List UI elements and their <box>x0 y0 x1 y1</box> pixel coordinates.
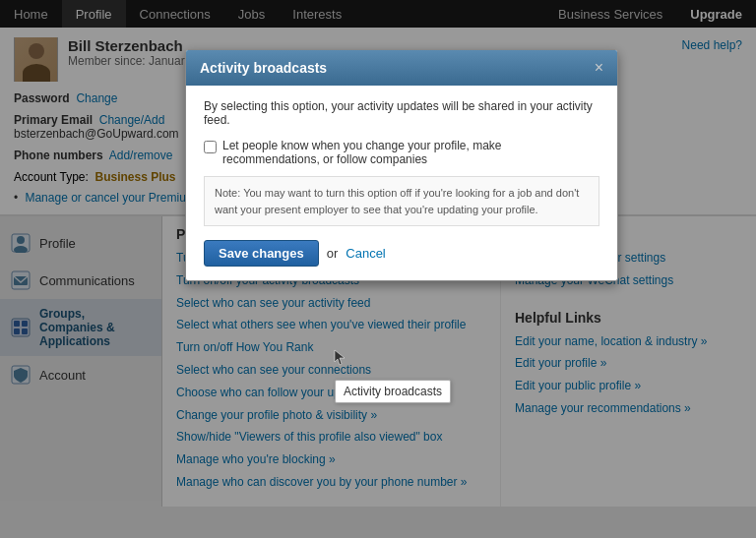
save-changes-button[interactable]: Save changes <box>204 240 319 267</box>
modal-description: By selecting this option, your activity … <box>204 99 599 127</box>
modal-actions: Save changes or Cancel <box>204 240 599 267</box>
modal-header: Activity broadcasts × <box>186 50 617 86</box>
modal-title: Activity broadcasts <box>200 60 327 76</box>
modal-note: Note: You may want to turn this option o… <box>204 176 599 226</box>
modal-overlay[interactable]: Activity broadcasts × By selecting this … <box>0 0 756 538</box>
activity-broadcast-checkbox[interactable] <box>204 141 217 153</box>
modal-close-button[interactable]: × <box>595 60 603 76</box>
modal-checkbox-label: Let people know when you change your pro… <box>222 139 599 166</box>
activity-broadcasts-tooltip: Activity broadcasts <box>335 380 451 403</box>
modal-body: By selecting this option, your activity … <box>186 86 617 280</box>
modal-checkbox-row: Let people know when you change your pro… <box>204 139 599 166</box>
activity-broadcasts-modal: Activity broadcasts × By selecting this … <box>185 49 618 281</box>
cancel-link[interactable]: Cancel <box>346 246 385 261</box>
page-wrapper: Home Profile Connections Jobs Interests … <box>0 0 756 538</box>
modal-or-text: or <box>327 246 339 261</box>
